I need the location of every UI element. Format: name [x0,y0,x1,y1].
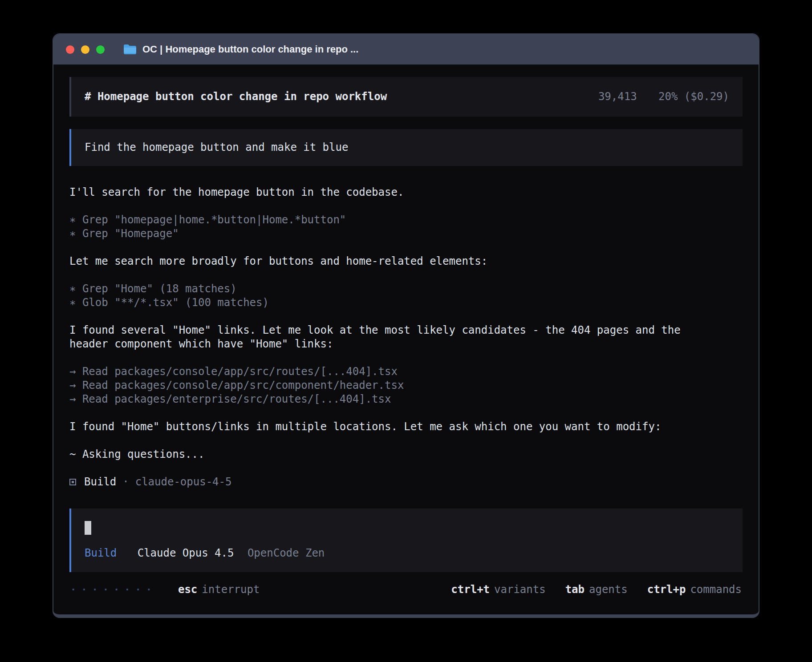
status-bar-right: ctrl+tvariants tabagents ctrl+pcommands [451,583,742,597]
session-content: # Homepage button color change in repo w… [53,65,759,614]
interrupt-hint: escinterrupt [178,583,260,597]
titlebar-title-group: OC | Homepage button color change in rep… [123,44,358,55]
close-button[interactable] [66,45,74,54]
progress-dots: ········ [70,583,157,597]
tool-call-glob: ∗ Glob "**/*.tsx" (100 matches) [69,296,698,310]
agent-status-line: Build · claude-opus-4-5 [69,475,698,489]
variants-label: variants [494,583,546,596]
prompt-input[interactable]: Build Claude Opus 4.5 OpenCode Zen [69,509,743,572]
tool-call-grep: ∗ Grep "Homepage" [69,227,698,241]
assistant-paragraph: I found "Home" buttons/links in multiple… [69,420,698,434]
token-count: 39,413 [598,90,637,103]
agent-model: claude-opus-4-5 [135,475,232,489]
provider-name: OpenCode Zen [248,547,325,559]
tab-key: tab [565,583,585,596]
assistant-paragraph: Let me search more broadly for buttons a… [69,254,698,268]
text-cursor [85,521,91,535]
assistant-text: I'll search for the homepage button in t… [69,186,698,199]
agent-name: Build [84,475,116,489]
status-bar-left: ········ escinterrupt [70,583,260,597]
separator-dot: · [122,475,129,489]
session-stats: 39,413 20% ($0.29) [598,90,729,104]
tool-call-read: → Read packages/enterprise/src/routes/[.… [69,392,698,406]
assistant-paragraph: ~ Asking questions... [69,448,698,461]
ctrl-p-key: ctrl+p [647,583,686,596]
tool-call-group: ∗ Grep "Home" (18 matches) ∗ Glob "**/*.… [69,282,698,310]
terminal-window: OC | Homepage button color change in rep… [53,33,759,618]
assistant-paragraph: I'll search for the homepage button in t… [69,186,698,199]
status-bar: ········ escinterrupt ctrl+tvariants tab… [69,583,743,597]
zoom-button[interactable] [96,45,105,54]
minimize-button[interactable] [81,45,89,54]
agents-label: agents [589,583,628,596]
model-line: Build Claude Opus 4.5 OpenCode Zen [85,546,729,560]
assistant-transcript: I'll search for the homepage button in t… [69,186,698,489]
window-titlebar[interactable]: OC | Homepage button color change in rep… [53,34,759,65]
agent-icon [69,479,76,485]
user-message: Find the homepage button and make it blu… [69,129,743,166]
tool-call-grep: ∗ Grep "Home" (18 matches) [69,282,698,296]
session-header: # Homepage button color change in repo w… [69,77,743,117]
tool-call-group: → Read packages/console/app/src/routes/[… [69,365,698,406]
esc-key: esc [178,583,197,596]
session-title: # Homepage button color change in repo w… [85,90,387,104]
traffic-lights [66,45,105,54]
mode-label: Build [85,547,117,559]
tool-call-grep: ∗ Grep "homepage|home.*button|Home.*butt… [69,213,698,227]
tool-call-group: ∗ Grep "homepage|home.*button|Home.*butt… [69,213,698,241]
user-message-text: Find the homepage button and make it blu… [85,141,348,153]
assistant-text: I found "Home" buttons/links in multiple… [69,420,698,434]
assistant-text: Let me search more broadly for buttons a… [69,254,698,268]
variants-hint: ctrl+tvariants [451,583,545,597]
tool-call-read: → Read packages/console/app/src/componen… [69,379,698,392]
ctrl-t-key: ctrl+t [451,583,490,596]
assistant-paragraph: I found several "Home" links. Let me loo… [69,323,698,351]
tool-call-read: → Read packages/console/app/src/routes/[… [69,365,698,379]
asking-questions-status: ~ Asking questions... [69,448,698,461]
assistant-text: I found several "Home" links. Let me loo… [69,323,698,351]
agents-hint: tabagents [565,583,628,597]
folder-icon [123,44,137,55]
model-name: Claude Opus 4.5 [138,547,234,559]
agent-status-group: Build · claude-opus-4-5 [69,475,698,489]
commands-hint: ctrl+pcommands [647,583,742,597]
interrupt-label: interrupt [202,583,260,596]
window-title: OC | Homepage button color change in rep… [142,44,358,55]
context-usage: 20% ($0.29) [658,90,729,103]
commands-label: commands [690,583,742,596]
